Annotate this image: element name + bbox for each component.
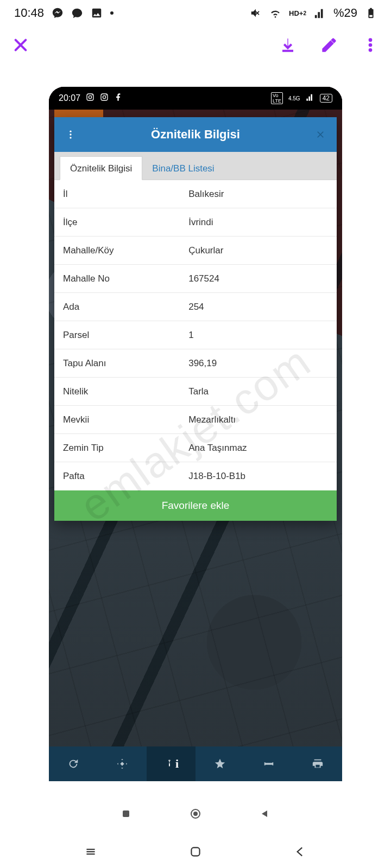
modal-close-icon[interactable] bbox=[314, 128, 327, 141]
measure-icon[interactable] bbox=[244, 746, 293, 781]
svg-rect-14 bbox=[168, 760, 171, 761]
inner-battery-text: 42 bbox=[320, 94, 332, 103]
attribute-row: Mahalle/KöyÇukurlar bbox=[54, 237, 337, 265]
inner-status-bar: 20:07 VoLTE 4.5G 42 bbox=[49, 87, 342, 110]
svg-point-2 bbox=[369, 39, 371, 41]
attribute-key: Pafta bbox=[54, 464, 184, 488]
attribute-row: Parsel1 bbox=[54, 321, 337, 349]
modal-menu-icon[interactable] bbox=[64, 128, 77, 141]
signal-icon bbox=[306, 93, 314, 104]
attribute-value: Mezarlıkaltı bbox=[184, 408, 337, 432]
inner-screenshot: 20:07 VoLTE 4.5G 42 Öznitelik Bilgisi Öz… bbox=[49, 87, 342, 781]
back-triangle-icon[interactable] bbox=[257, 806, 273, 821]
outer-time: 10:48 bbox=[14, 6, 44, 20]
star-icon[interactable] bbox=[195, 746, 244, 781]
recents-button[interactable] bbox=[82, 843, 99, 860]
tab-building-list[interactable]: Bina/BB Listesi bbox=[142, 157, 224, 180]
attribute-key: Mahalle No bbox=[54, 267, 184, 291]
svg-point-11 bbox=[70, 131, 71, 132]
attribute-row: Mahalle No167524 bbox=[54, 265, 337, 293]
facebook-icon bbox=[114, 93, 123, 104]
net-label: 4.5G bbox=[288, 95, 300, 101]
attribute-row: MevkiiMezarlıkaltı bbox=[54, 406, 337, 434]
gallery-icon bbox=[91, 7, 103, 19]
attribute-value: İvrindi bbox=[184, 210, 337, 234]
svg-point-9 bbox=[103, 95, 105, 98]
svg-point-4 bbox=[369, 49, 371, 52]
modal-header: Öznitelik Bilgisi bbox=[54, 117, 337, 152]
attribute-value: 1 bbox=[184, 323, 337, 347]
refresh-icon[interactable] bbox=[49, 746, 98, 781]
attribute-key: İlçe bbox=[54, 210, 184, 234]
attribute-row: İlBalıkesir bbox=[54, 180, 337, 208]
attribute-value: 396,19 bbox=[184, 352, 337, 375]
attribute-value: Tarla bbox=[184, 380, 337, 404]
record-circle-icon[interactable] bbox=[188, 806, 203, 821]
edit-icon[interactable] bbox=[320, 36, 338, 54]
attribute-key: Tapu Alanı bbox=[54, 352, 184, 375]
attribute-table: İlBalıkesirİlçeİvrindiMahalle/KöyÇukurla… bbox=[54, 180, 337, 490]
attribute-value: 254 bbox=[184, 295, 337, 319]
attribute-value: 167524 bbox=[184, 267, 337, 291]
device-nav-bar bbox=[0, 835, 391, 868]
attribute-key: Zemin Tip bbox=[54, 436, 184, 460]
modal-title: Öznitelik Bilgisi bbox=[77, 127, 314, 142]
wifi-icon bbox=[269, 7, 281, 19]
svg-point-13 bbox=[70, 137, 71, 138]
attribute-modal: Öznitelik Bilgisi Öznitelik Bilgisi Bina… bbox=[54, 117, 337, 521]
attribute-value: Balıkesir bbox=[184, 182, 337, 206]
attribute-value: Çukurlar bbox=[184, 239, 337, 263]
attribute-row: PaftaJ18-B-10-B1b bbox=[54, 462, 337, 490]
svg-rect-15 bbox=[123, 810, 129, 817]
svg-point-17 bbox=[193, 812, 198, 816]
outer-battery-text: %29 bbox=[333, 6, 357, 20]
instagram-icon-2 bbox=[100, 93, 109, 104]
back-button[interactable] bbox=[292, 843, 309, 860]
messenger-icon bbox=[52, 7, 64, 19]
locate-icon[interactable] bbox=[98, 746, 147, 781]
attribute-row: İlçeİvrindi bbox=[54, 208, 337, 237]
more-icon[interactable] bbox=[362, 36, 379, 54]
close-icon[interactable] bbox=[12, 36, 29, 54]
tab-attributes[interactable]: Öznitelik Bilgisi bbox=[60, 156, 142, 180]
svg-point-12 bbox=[70, 133, 71, 135]
svg-point-6 bbox=[89, 95, 91, 98]
home-button[interactable] bbox=[187, 843, 204, 860]
more-notifications-dot bbox=[110, 11, 113, 15]
recent-square-icon[interactable] bbox=[118, 806, 134, 821]
attribute-key: İl bbox=[54, 182, 184, 206]
add-to-favorites-button[interactable]: Favorilere ekle bbox=[54, 490, 337, 521]
instagram-icon bbox=[86, 93, 94, 104]
gallery-nav-bar bbox=[0, 799, 391, 829]
attribute-key: Mevkii bbox=[54, 408, 184, 432]
svg-point-3 bbox=[369, 43, 371, 46]
modal-tabs: Öznitelik Bilgisi Bina/BB Listesi bbox=[54, 152, 337, 180]
attribute-row: Ada254 bbox=[54, 293, 337, 321]
hd-plus-icon: HD+2 bbox=[289, 7, 306, 19]
svg-rect-21 bbox=[191, 847, 199, 856]
attribute-row: Tapu Alanı396,19 bbox=[54, 349, 337, 378]
attribute-key: Nitelik bbox=[54, 380, 184, 404]
chat-icon bbox=[71, 7, 83, 19]
attribute-value: J18-B-10-B1b bbox=[184, 464, 337, 488]
svg-point-7 bbox=[92, 95, 93, 96]
attribute-key: Parsel bbox=[54, 323, 184, 347]
svg-point-10 bbox=[106, 95, 107, 96]
volte-icon: VoLTE bbox=[271, 92, 283, 104]
inner-time: 20:07 bbox=[59, 93, 80, 103]
battery-icon bbox=[365, 7, 377, 19]
mute-icon bbox=[250, 7, 262, 19]
attribute-row: NitelikTarla bbox=[54, 378, 337, 406]
outer-status-bar: 10:48 HD+2 %29 bbox=[0, 0, 391, 26]
download-icon[interactable] bbox=[279, 36, 297, 54]
map-bottom-toolbar: i bbox=[49, 746, 342, 781]
attribute-key: Mahalle/Köy bbox=[54, 239, 184, 263]
attribute-value: Ana Taşınmaz bbox=[184, 436, 337, 460]
signal-icon bbox=[314, 7, 326, 19]
attribute-row: Zemin TipAna Taşınmaz bbox=[54, 434, 337, 462]
print-icon[interactable] bbox=[293, 746, 342, 781]
image-viewer-toolbar bbox=[0, 26, 391, 64]
attribute-key: Ada bbox=[54, 295, 184, 319]
info-icon[interactable]: i bbox=[147, 746, 195, 781]
